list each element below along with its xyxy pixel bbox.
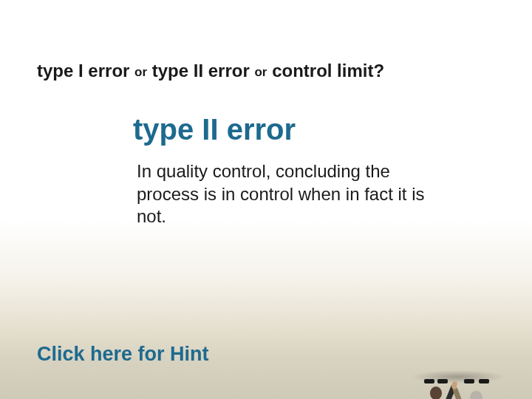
question-line: type I error or type II error or control…	[37, 61, 510, 81]
answer-definition: In quality control, concluding the proce…	[137, 160, 432, 228]
option-type-ii: type II error	[152, 61, 250, 81]
shoe-icon	[424, 379, 434, 383]
or-separator-1: or	[134, 65, 147, 79]
arm-raised-icon	[452, 387, 465, 399]
slide: type I error or type II error or control…	[0, 0, 532, 399]
answer-heading: type II error	[133, 113, 296, 146]
option-type-i: type I error	[37, 61, 129, 81]
option-control-limit: control limit?	[272, 61, 384, 81]
hint-link[interactable]: Click here for Hint	[37, 343, 209, 366]
shoe-icon	[437, 379, 448, 383]
shoe-icon	[479, 379, 489, 383]
shoe-icon	[464, 379, 474, 383]
head-icon	[430, 386, 442, 399]
people-illustration	[414, 277, 502, 381]
or-separator-2: or	[254, 65, 267, 79]
head-icon	[470, 391, 482, 399]
